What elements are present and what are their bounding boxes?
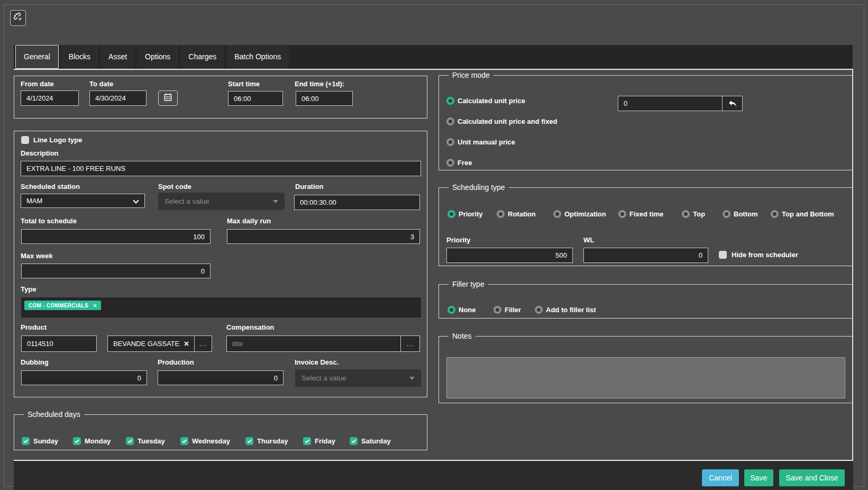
to-date-label: To date [89, 80, 113, 88]
hide-from-scheduler-checkbox[interactable] [719, 251, 727, 259]
from-date-input[interactable]: 4/1/2024 [21, 90, 79, 106]
duration-label: Duration [295, 183, 323, 190]
from-date-label: From date [21, 80, 54, 88]
product-label: Product [21, 323, 47, 331]
unit-price-input[interactable]: 0 [618, 96, 723, 111]
scheduling-type-fieldset: Scheduling type Priority Rotation Optimi… [438, 183, 853, 266]
day-tuesday[interactable]: Tuesday [126, 437, 165, 445]
day-saturday[interactable]: Saturday [350, 437, 391, 445]
type-field[interactable]: COM - COMMERCIALS [21, 297, 421, 317]
product-browse-button[interactable]: ... [194, 335, 212, 352]
scheduling-option-priority[interactable]: Priority [447, 210, 483, 218]
type-tag[interactable]: COM - COMMERCIALS [24, 301, 101, 310]
description-label: Description [21, 149, 59, 157]
duration-input[interactable]: 00:00:30.00 [294, 195, 420, 210]
save-button[interactable]: Save [744, 469, 773, 486]
footer-bar: Cancel Save Save and Close [14, 461, 853, 490]
filler-option-none[interactable]: None [447, 306, 476, 314]
scheduling-option-fixed-time[interactable]: Fixed time [618, 210, 663, 218]
notes-textarea[interactable] [446, 357, 845, 398]
tab-blocks[interactable]: Blocks [61, 45, 98, 69]
compensation-browse-button[interactable]: ... [400, 335, 420, 352]
to-date-input[interactable]: 4/30/2024 [89, 90, 147, 106]
day-monday[interactable]: Monday [73, 437, 111, 445]
price-mode-option-calculated[interactable]: Calculated unit price [446, 97, 525, 105]
day-friday[interactable]: Friday [303, 437, 335, 445]
invoice-desc-label: Invoice Desc. [295, 358, 339, 366]
saturday-checkbox[interactable] [350, 437, 358, 445]
save-and-close-button[interactable]: Save and Close [779, 469, 845, 486]
tag-remove-icon[interactable] [93, 304, 97, 307]
cancel-button[interactable]: Cancel [702, 469, 739, 486]
wl-input[interactable]: 0 [583, 248, 708, 263]
production-input[interactable]: 0 [158, 370, 284, 385]
thursday-checkbox[interactable] [245, 437, 253, 445]
invoice-desc-select[interactable]: Select a value [295, 369, 421, 387]
product-name-field[interactable]: BEVANDE GASSATE [107, 335, 195, 352]
scheduled-station-select[interactable]: MAM [21, 194, 145, 208]
day-wednesday[interactable]: Wednesday [180, 437, 230, 445]
filler-type-title: Filler type [449, 280, 488, 288]
start-time-input[interactable]: 06:00 [228, 91, 283, 106]
price-mode-option-unit-manual[interactable]: Unit manual price [446, 138, 515, 146]
radio-icon[interactable] [446, 117, 454, 125]
tab-charges[interactable]: Charges [180, 45, 224, 69]
line-logo-checkbox[interactable] [21, 136, 29, 144]
total-to-schedule-label: Total to schedule [21, 217, 77, 225]
product-code-input[interactable]: 0114510 [21, 335, 97, 352]
max-week-input[interactable]: 0 [21, 264, 211, 278]
compensation-input[interactable]: title [226, 335, 401, 352]
end-time-label: End time (+1d): [295, 80, 344, 88]
max-week-label: Max week [21, 252, 53, 260]
filler-option-add-to-filler-list[interactable]: Add to filler list [535, 306, 596, 314]
max-daily-run-label: Max daily run [227, 217, 271, 225]
tab-asset[interactable]: Asset [100, 45, 135, 69]
radio-icon[interactable] [446, 97, 454, 105]
notes-title: Notes [449, 332, 476, 340]
scheduling-option-rotation[interactable]: Rotation [497, 210, 536, 218]
calendar-icon [164, 93, 172, 103]
tuesday-checkbox[interactable] [126, 437, 134, 445]
wednesday-checkbox[interactable] [180, 437, 188, 445]
friday-checkbox[interactable] [303, 437, 311, 445]
filler-type-fieldset: Filler type None Filler Add to filler li… [438, 280, 853, 319]
total-to-schedule-input[interactable]: 100 [21, 229, 211, 244]
price-mode-option-free[interactable]: Free [446, 159, 472, 167]
spot-code-select[interactable]: Select a value [158, 193, 285, 210]
chevron-down-icon [133, 197, 139, 203]
monday-checkbox[interactable] [73, 437, 81, 445]
scheduled-days-title: Scheduled days [24, 410, 84, 419]
scheduling-option-top-and-bottom[interactable]: Top and Bottom [771, 210, 834, 218]
unlink-button[interactable] [10, 10, 26, 26]
tab-options[interactable]: Options [137, 45, 178, 69]
priority-input[interactable]: 500 [446, 248, 573, 263]
priority-label: Priority [446, 236, 471, 244]
dropdown-arrow-icon [409, 377, 415, 380]
dubbing-input[interactable]: 0 [21, 370, 147, 385]
calendar-button[interactable] [158, 90, 178, 106]
max-daily-run-input[interactable]: 3 [227, 229, 420, 244]
price-mode-fieldset: Price mode Calculated unit price Calcula… [438, 71, 853, 170]
filler-option-filler[interactable]: Filler [494, 306, 521, 314]
end-time-input[interactable]: 06:00 [296, 91, 353, 106]
sunday-checkbox[interactable] [22, 437, 30, 445]
line-logo-label: Line Logo type [33, 136, 82, 144]
compensation-label: Compensation [226, 323, 274, 331]
day-thursday[interactable]: Thursday [245, 437, 288, 445]
tab-batch-options[interactable]: Batch Options [226, 45, 289, 69]
radio-icon[interactable] [446, 138, 454, 146]
scheduling-option-bottom[interactable]: Bottom [723, 210, 758, 218]
day-sunday[interactable]: Sunday [22, 437, 58, 445]
tab-general[interactable]: General [15, 45, 59, 69]
description-input[interactable]: EXTRA LINE - 100 FREE RUNS [21, 161, 421, 176]
undo-price-button[interactable] [722, 96, 743, 111]
price-mode-option-calculated-fixed[interactable]: Calculated unit price and fixed [446, 117, 558, 125]
wl-label: WL [583, 236, 594, 244]
scheduling-option-top[interactable]: Top [682, 210, 705, 218]
radio-icon[interactable] [446, 159, 454, 167]
product-remove-icon[interactable] [184, 341, 189, 346]
scheduling-option-optimization[interactable]: Optimization [553, 210, 606, 218]
dropdown-arrow-icon [273, 200, 278, 203]
hide-from-scheduler-option[interactable]: Hide from scheduler [719, 251, 798, 259]
line-logo-option[interactable]: Line Logo type [21, 136, 82, 144]
